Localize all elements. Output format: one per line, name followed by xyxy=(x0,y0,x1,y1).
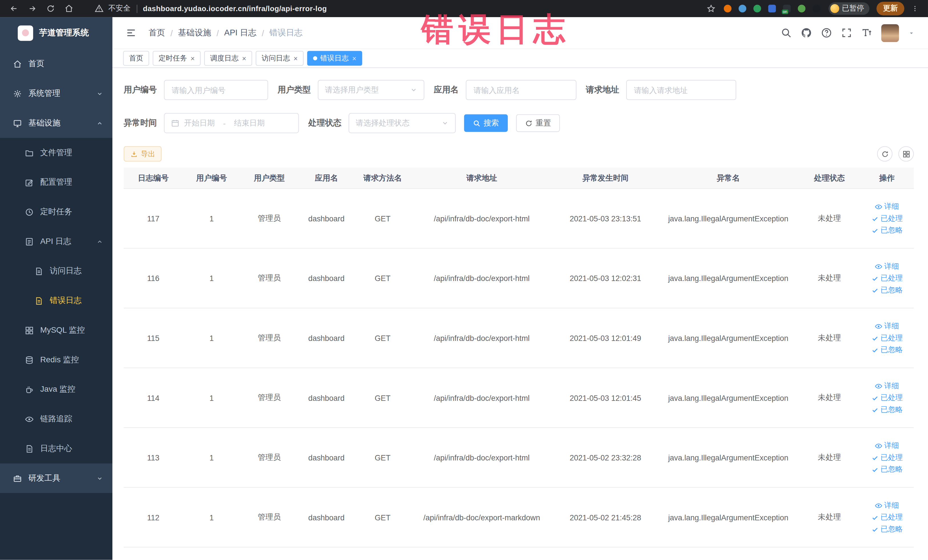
font-size-icon[interactable] xyxy=(861,27,872,38)
tab-定时任务[interactable]: 定时任务× xyxy=(153,51,200,66)
action-detail[interactable]: 详细 xyxy=(875,500,899,510)
help-icon[interactable] xyxy=(821,27,832,38)
sidebar-item-home[interactable]: 首页 xyxy=(0,49,112,79)
cell-status: 未处理 xyxy=(798,213,861,224)
tab-label: 定时任务 xyxy=(159,53,187,63)
extension-icon[interactable] xyxy=(723,5,731,12)
search-icon[interactable] xyxy=(780,27,792,38)
cell-request-url: /api/infra/db-doc/export-html xyxy=(411,334,553,342)
action-ignored[interactable]: 已忽略 xyxy=(871,285,903,295)
sidebar-item-error-log[interactable]: 错误日志 xyxy=(0,286,112,316)
action-ignored[interactable]: 已忽略 xyxy=(871,225,903,235)
tab-close-icon[interactable]: × xyxy=(242,54,246,63)
action-detail[interactable]: 详细 xyxy=(875,261,899,271)
cell-app-name: dashboard xyxy=(298,453,355,462)
action-detail[interactable]: 详细 xyxy=(875,381,899,391)
action-ignored[interactable]: 已忽略 xyxy=(871,464,903,475)
sidebar-item-java-monitor[interactable]: Java 监控 xyxy=(0,375,112,404)
bookmark-star-icon[interactable] xyxy=(706,4,715,13)
sidebar-item-log-center[interactable]: 日志中心 xyxy=(0,434,112,464)
github-icon[interactable] xyxy=(801,27,812,38)
reset-button[interactable]: 重置 xyxy=(516,114,560,132)
extension-icon[interactable] xyxy=(768,5,776,12)
extension-icon[interactable] xyxy=(738,5,746,12)
forward-icon[interactable] xyxy=(28,4,37,13)
screen: 不安全 dashboard.yudao.iocoder.cn/infra/log… xyxy=(0,0,928,560)
request-url-input[interactable] xyxy=(626,80,736,100)
tab-close-icon[interactable]: × xyxy=(293,54,298,63)
sidebar-item-redis-monitor[interactable]: Redis 监控 xyxy=(0,345,112,375)
home-icon[interactable] xyxy=(64,4,73,13)
table-row: 1161管理员dashboardGET/api/infra/db-doc/exp… xyxy=(124,249,914,308)
breadcrumb-item[interactable]: 基础设施 xyxy=(178,27,211,38)
sidebar-item-config-management[interactable]: 配置管理 xyxy=(0,168,112,197)
user-avatar[interactable] xyxy=(881,24,899,42)
reload-icon[interactable] xyxy=(46,4,55,13)
collapse-sidebar-icon[interactable] xyxy=(125,27,137,38)
back-icon[interactable] xyxy=(9,4,18,13)
breadcrumb-item[interactable]: API 日志 xyxy=(224,27,256,38)
extension-badge: on xyxy=(781,9,789,14)
sidebar-item-mysql-monitor[interactable]: MySQL 监控 xyxy=(0,316,112,345)
process-status-select[interactable]: 请选择处理状态 xyxy=(349,113,456,133)
select-placeholder: 请选择处理状态 xyxy=(356,118,410,128)
action-ignored[interactable]: 已忽略 xyxy=(871,404,903,415)
table-body: 1171管理员dashboardGET/api/infra/db-doc/exp… xyxy=(124,189,914,548)
sidebar-item-infra[interactable]: 基础设施 xyxy=(0,108,112,138)
extension-icon[interactable]: on xyxy=(783,5,791,12)
fullscreen-icon[interactable] xyxy=(841,27,852,38)
sidebar-item-access-log[interactable]: 访问日志 xyxy=(0,256,112,286)
action-detail[interactable]: 详细 xyxy=(875,321,899,331)
action-detail[interactable]: 详细 xyxy=(875,201,899,211)
app-name-input[interactable] xyxy=(466,80,577,100)
action-detail[interactable]: 详细 xyxy=(875,441,899,451)
chevron-up-icon xyxy=(96,120,103,127)
date-range-picker[interactable]: 开始日期 - 结束日期 xyxy=(164,113,299,133)
sidebar-item-dev-tools[interactable]: 研发工具 xyxy=(0,463,112,493)
browser-menu-icon[interactable] xyxy=(911,4,919,13)
user-id-input[interactable] xyxy=(164,80,268,100)
app-name-label: 应用名 xyxy=(434,85,459,95)
sidebar-item-tracing[interactable]: 链路追踪 xyxy=(0,404,112,434)
action-processed[interactable]: 已处理 xyxy=(871,214,903,223)
action-processed[interactable]: 已处理 xyxy=(871,392,903,403)
chrome-update-button[interactable]: 更新 xyxy=(876,2,904,15)
end-date-placeholder: 结束日期 xyxy=(234,118,265,128)
breadcrumb-item[interactable]: 首页 xyxy=(149,27,165,38)
tab-close-icon[interactable]: × xyxy=(191,54,195,63)
search-button[interactable]: 搜索 xyxy=(464,114,508,132)
sidebar-item-file-management[interactable]: 文件管理 xyxy=(0,138,112,168)
action-ignored[interactable]: 已忽略 xyxy=(871,345,903,355)
tab-错误日志[interactable]: 错误日志× xyxy=(307,51,362,66)
download-icon xyxy=(130,150,138,158)
url-text[interactable]: dashboard.yudao.iocoder.cn/infra/log/api… xyxy=(143,5,327,13)
column-settings-button[interactable] xyxy=(898,146,914,162)
sidebar-item-api-log[interactable]: API 日志 xyxy=(0,227,112,256)
action-processed[interactable]: 已处理 xyxy=(871,273,903,283)
tab-首页[interactable]: 首页 xyxy=(123,51,149,66)
extension-icon[interactable] xyxy=(798,5,805,12)
caret-down-icon[interactable] xyxy=(908,29,915,37)
request-url-label: 请求地址 xyxy=(586,85,619,95)
action-label: 已处理 xyxy=(881,214,903,223)
refresh-table-button[interactable] xyxy=(877,146,893,162)
gear-icon xyxy=(13,89,22,98)
extension-icon[interactable] xyxy=(753,5,761,12)
profile-paused-badge[interactable]: 已暂停 xyxy=(828,2,869,15)
action-processed[interactable]: 已处理 xyxy=(871,452,903,462)
clock-icon xyxy=(25,208,34,216)
extension-icon[interactable] xyxy=(812,5,820,12)
sidebar-item-system[interactable]: 系统管理 xyxy=(0,79,112,108)
tab-访问日志[interactable]: 访问日志× xyxy=(256,51,304,66)
tab-close-icon[interactable]: × xyxy=(352,54,356,63)
action-ignored[interactable]: 已忽略 xyxy=(871,524,903,534)
cell-actions: 详细已处理已忽略 xyxy=(860,321,913,355)
security-label[interactable]: 不安全 xyxy=(108,3,131,14)
user-type-select[interactable]: 请选择用户类型 xyxy=(318,80,424,100)
check-icon xyxy=(871,406,879,414)
sidebar-item-scheduled-task[interactable]: 定时任务 xyxy=(0,197,112,227)
action-processed[interactable]: 已处理 xyxy=(871,512,903,522)
export-button[interactable]: 导出 xyxy=(124,146,162,162)
action-processed[interactable]: 已处理 xyxy=(871,333,903,343)
tab-调度日志[interactable]: 调度日志× xyxy=(204,51,252,66)
